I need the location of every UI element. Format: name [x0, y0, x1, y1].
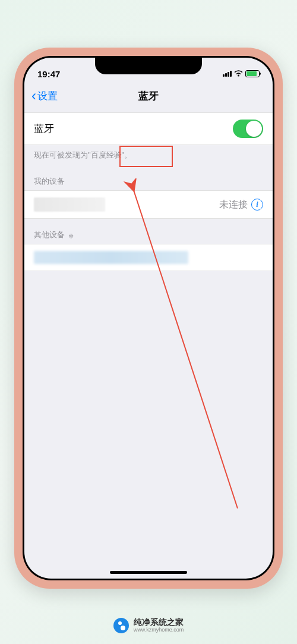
- other-devices-header: 其他设备: [24, 219, 273, 244]
- watermark-main-text: 纯净系统之家: [134, 618, 184, 627]
- loading-spinner-icon: [68, 231, 75, 238]
- battery-icon: [245, 70, 260, 77]
- cellular-signal-icon: [223, 71, 232, 77]
- watermark: 纯净系统之家 www.kzmyhome.com: [0, 618, 297, 633]
- status-indicators: [223, 70, 260, 78]
- phone-screen: 19:47 ‹ 设置 蓝牙: [24, 58, 273, 579]
- my-devices-header: 我的设备: [24, 165, 273, 190]
- phone-bezel: 19:47 ‹ 设置 蓝牙: [23, 56, 274, 580]
- info-icon[interactable]: i: [251, 199, 263, 211]
- other-device-row[interactable]: [24, 244, 273, 271]
- other-device-name-redacted: [34, 251, 188, 264]
- connection-status-text: 未连接: [219, 199, 248, 211]
- chevron-left-icon: ‹: [31, 89, 36, 103]
- toggle-knob: [246, 121, 262, 137]
- page-title: 蓝牙: [138, 89, 159, 103]
- settings-content: 蓝牙 现在可被发现为"百度经验"。 我的设备 未连接 i: [24, 112, 273, 271]
- home-indicator[interactable]: [110, 571, 187, 574]
- watermark-url-text: www.kzmyhome.com: [134, 627, 184, 633]
- battery-fill: [247, 71, 257, 76]
- bluetooth-toggle-switch[interactable]: [233, 120, 263, 138]
- phone-frame: 19:47 ‹ 设置 蓝牙: [14, 48, 283, 589]
- watermark-text: 纯净系统之家 www.kzmyhome.com: [134, 618, 184, 633]
- discoverable-status: 现在可被发现为"百度经验"。: [24, 145, 273, 165]
- my-device-row[interactable]: 未连接 i: [24, 190, 273, 219]
- back-button[interactable]: ‹ 设置: [31, 89, 58, 103]
- watermark-logo-icon: [113, 618, 129, 633]
- bluetooth-toggle-label: 蓝牙: [34, 122, 54, 136]
- bluetooth-toggle-row[interactable]: 蓝牙: [24, 112, 273, 145]
- device-status: 未连接 i: [219, 199, 263, 211]
- navigation-bar: ‹ 设置 蓝牙: [24, 84, 273, 108]
- back-label: 设置: [37, 89, 58, 103]
- status-time: 19:47: [37, 69, 60, 79]
- notch: [95, 58, 202, 74]
- annotation-highlight-box: [119, 146, 173, 167]
- wifi-icon: [234, 70, 243, 78]
- device-name-redacted: [34, 197, 105, 212]
